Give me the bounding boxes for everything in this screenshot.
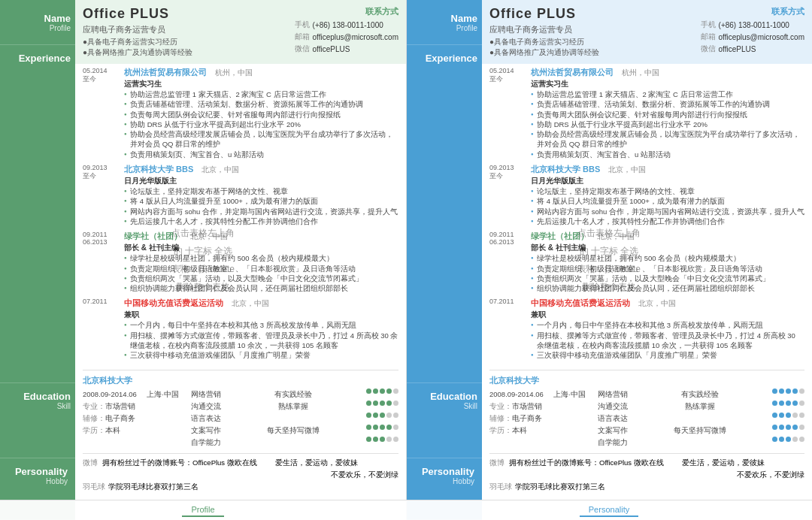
- dot: [786, 413, 791, 418]
- edu-details: 2008.09-2014.06 上海·中国 专业：市场营销 辅修：电子商务 学历…: [83, 388, 398, 449]
- exp-location-1: 杭州，中国: [215, 68, 253, 77]
- bullet: 一个月内，每日中午坚持在本校和其他 3 所高校发放传单，风雨无阻: [531, 320, 804, 330]
- badminton-value: 学院羽毛球比赛双打第三名: [108, 482, 198, 492]
- dot: [792, 388, 798, 394]
- sidebar-education-section-r: Education Skill: [407, 383, 482, 458]
- dot: [772, 388, 777, 394]
- dot: [792, 401, 798, 406]
- exp-body-4: 中国移动充值话费返运活动 北京，中国 兼职 一个月内，每日中午坚持在本校和其他 …: [124, 298, 398, 360]
- r-personality-badminton-row: 羽毛球 学院羽毛球比赛双打第三名: [489, 482, 804, 492]
- dot: [386, 425, 392, 430]
- sidebar-profile-label: Profile: [5, 24, 71, 32]
- exp-date-1: 05.2014至今: [83, 67, 124, 159]
- bullet-2: ●具备网络推广及沟通协调等经验: [489, 47, 599, 58]
- r-exp-location-2: 北京，中国: [608, 165, 646, 174]
- bullet: 网站内容方面与 sohu 合作，并定期与国内省网站进行交流，资源共享，提升人气: [124, 207, 398, 216]
- exp-company-4: 中国移动充值话费返运活动: [124, 298, 223, 307]
- edu-minor: 辅修：电子商务: [83, 413, 179, 425]
- r-personality-weibo-row: 微博 拥有粉丝过千的微博账号：OfficePlus 微欧在线 爱生活，爱运动，爱…: [489, 458, 804, 468]
- bullet: 用扫核、摆摊等方式做宣传，带顾客者、管理员及录长中乃，打过 4 所高校 30 余…: [531, 331, 804, 351]
- dot: [779, 388, 784, 394]
- personality-hobby-row: 不爱欢乐，不爱浏绿: [83, 470, 398, 480]
- r-exp-entry-4: 07.2011 中国移动充值话费返运活动 北京，中国 兼职 一个月内，每日中午坚…: [489, 298, 804, 360]
- dot-empty: [799, 425, 804, 430]
- sidebar-experience-label-r: Experience: [411, 53, 477, 64]
- edu-left-col: 2008.09-2014.06 上海·中国 专业：市场营销 辅修：电子商务 学历…: [83, 388, 179, 449]
- right-experience-content: 05.2014至今 杭州法哲贸易有限公司 杭州，中国 运营实习生 协助运营总监管…: [482, 64, 812, 368]
- bullet: 先后运接几十名人才，按其特性分配工作并协调他们合作: [531, 216, 804, 226]
- left-tab-profile[interactable]: Profile: [182, 503, 223, 517]
- exp-location-4: 北京，中国: [232, 299, 269, 307]
- exp-location-2: 北京，中国: [201, 165, 239, 174]
- right-personality-section: 微博 拥有粉丝过千的微博账号：OfficePlus 微欧在线 爱生活，爱运动，爱…: [482, 455, 812, 497]
- left-bottom-tabs[interactable]: Profile: [0, 500, 406, 520]
- r-edu-degree: 学历：本科: [489, 425, 586, 437]
- wechat-label: 微信: [295, 44, 310, 54]
- bullet: 协助运营总监管理 1 家天猫店、2 家淘宝 C 店日常运营工作: [531, 89, 804, 99]
- skill-level-4: 每天坚持写微博: [267, 425, 320, 437]
- bullet: 将 4 版从日人均流量提升至 1000+，成为最有潜力的版面: [124, 196, 398, 206]
- r-edu-details: 2008.09-2014.06 上海·中国 专业：市场营销 辅修：电子商务 学历…: [489, 388, 804, 449]
- right-bottom-tabs[interactable]: Personality: [406, 500, 812, 520]
- bullet: 负责店铺基础管理、活动策划、数据分析、资源拓展等工作的沟通协调: [531, 99, 804, 109]
- right-resume-panel: Name Profile Experience Education Skill …: [406, 0, 812, 520]
- edu-major: 专业：市场营销: [83, 401, 179, 413]
- left-experience-content: 05.2014至今 杭州法哲贸易有限公司 杭州，中国 运营实习生 协助运营总监管…: [75, 64, 406, 368]
- sidebar-personality-label-r: Personality: [414, 466, 474, 477]
- r-exp-body-2: 北京科技大学 BBS 北京，中国 日月光华版版主 论坛版主，坚持定期发布基于网络…: [531, 164, 804, 226]
- r-exp-location-3: 北京，中国: [597, 232, 635, 240]
- weibo-value: 拥有粉丝过千的微博账号：OfficePlus 微欧在线: [102, 458, 257, 468]
- right-phone-value: (+86) 138-0011-1000: [719, 21, 789, 29]
- r-exp-role-2: 日月光华版版主: [531, 176, 804, 186]
- bullet: 论坛版主，坚持定期发布基于网络的文性、视章: [531, 186, 804, 196]
- bullet: 绿学社是校级明星社团，拥有约 500 名会员（校内规模最大）: [531, 253, 804, 263]
- badminton-label: 羽毛球: [83, 482, 105, 492]
- dot: [779, 437, 784, 442]
- dot: [772, 425, 777, 430]
- edu-divider: [83, 370, 398, 370]
- sidebar-skill-label: Skill: [5, 402, 71, 410]
- dot: [386, 388, 392, 394]
- r-exp-date-1: 05.2014至今: [489, 67, 531, 159]
- r-skill-level-4: 每天坚持写微博: [674, 425, 726, 437]
- bullet: 负责店铺基础管理、活动策划、数据分析、资源拓展等工作的沟通协调: [124, 99, 398, 109]
- exp-company-3: 绿学社（社团）: [124, 231, 182, 240]
- right-tab-personality[interactable]: Personality: [580, 503, 638, 517]
- right-brand-title: Office PLUS: [489, 6, 599, 22]
- r-exp-location-1: 杭州，中国: [622, 68, 659, 77]
- skill-level-2: 熟练掌握: [278, 401, 308, 413]
- bullet: 协助 DRS 从低于行业水平提高到超出行业水平 20%: [124, 119, 398, 129]
- right-email-label: 邮箱: [701, 32, 716, 42]
- bullet: 用扫核、摆摊等方式做宣传，带顾客者、管理员及录长中乃，打过 4 所高校 30 余…: [124, 331, 398, 351]
- left-header-info: Office PLUS 应聘电子商务运营专员 ●具备电子商务运营实习经历 ●具备…: [83, 6, 192, 58]
- phone-label: 手机: [295, 20, 310, 30]
- r-exp-bullets-4: 一个月内，每日中午坚持在本校和其他 3 所高校发放传单，风雨无阻 用扫核、摆摊等…: [531, 320, 804, 360]
- exp-bullets-2: 论坛版主，坚持定期发布基于网络的文性、视章 将 4 版从日人均流量提升至 100…: [124, 186, 398, 226]
- r-skill-level-2: 熟练掌握: [685, 401, 715, 413]
- left-sidebar: Name Profile Experience Education Skill …: [0, 0, 75, 520]
- sidebar-education-label-r: Education: [411, 391, 477, 402]
- bullet-1: ●具备电子商务运营实习经历: [489, 37, 599, 47]
- right-phone-label: 手机: [701, 20, 716, 30]
- bullet: 负责定期组织「初级日语教室」、「日本影视欣赏」及日语角等活动: [531, 264, 804, 274]
- r-edu-minor: 辅修：电子商务: [489, 413, 586, 425]
- sidebar-education-label: Education: [5, 391, 71, 402]
- r-exp-role-4: 兼职: [531, 310, 804, 320]
- r-exp-date-4: 07.2011: [489, 298, 531, 360]
- hobby-value-3: 不爱欢乐，不爱浏绿: [331, 470, 398, 480]
- skill-dots-3: [366, 413, 398, 425]
- right-header-bullets: ●具备电子商务运营实习经历 ●具备网络推广及沟通协调等经验: [489, 37, 599, 58]
- skill-dots-4: [366, 425, 398, 437]
- dot-empty: [799, 413, 804, 418]
- dot: [373, 425, 378, 430]
- r-badminton-value: 学院羽毛球比赛双打第三名: [515, 482, 605, 492]
- r-skill-name-1: 网络营销: [598, 388, 628, 401]
- r-skill-row-1: 网络营销 有实践经验: [598, 388, 804, 401]
- r-skill-row-4: 文案写作 每天坚持写微博: [598, 425, 804, 437]
- email-label: 邮箱: [295, 32, 310, 42]
- r-skill-dots-2: [772, 401, 804, 413]
- skill-row-5: 自学能力: [191, 437, 398, 449]
- r-skill-row-3: 语言表达: [598, 413, 804, 425]
- r-exp-role-1: 运营实习生: [531, 79, 804, 89]
- exp-bullets-3: 绿学社是校级明星社团，拥有约 500 名会员（校内规模最大） 负责定期组织「初级…: [124, 253, 398, 293]
